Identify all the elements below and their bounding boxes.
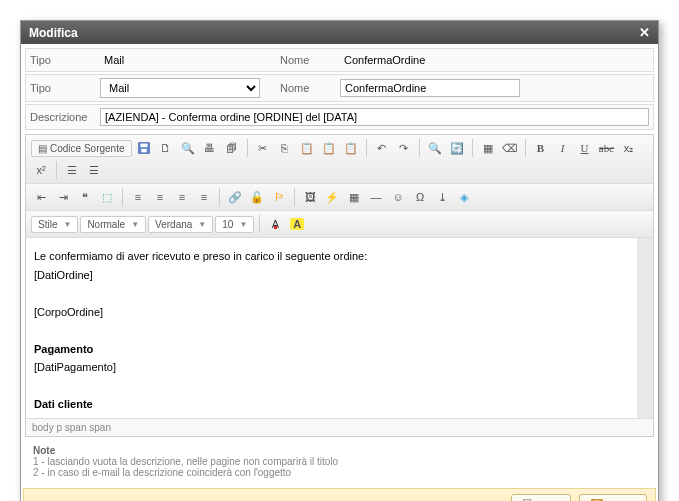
indent-icon[interactable]: ⇥ [53, 187, 73, 207]
edit-row-2: Descrizione [25, 104, 654, 130]
redo-icon[interactable]: ↷ [394, 138, 414, 158]
readonly-row: Tipo Mail Nome ConfermaOrdine [25, 48, 654, 72]
source-button[interactable]: ▤Codice Sorgente [31, 140, 132, 157]
titlebar: Modifica ✕ [21, 21, 658, 44]
specialchar-icon[interactable]: Ω [410, 187, 430, 207]
svg-rect-1 [140, 144, 147, 148]
template-icon[interactable]: 🗐 [222, 138, 242, 158]
note-line-2: 2 - in caso di e-mail la descrizione coi… [33, 467, 646, 478]
div-icon[interactable]: ⬚ [97, 187, 117, 207]
blockquote-icon[interactable]: ❝ [75, 187, 95, 207]
preview-icon[interactable]: 🔍 [178, 138, 198, 158]
toolbar-row-3: Stile▼ Normale▼ Verdana▼ 10▼ A A [26, 211, 653, 238]
hr-icon[interactable]: — [366, 187, 386, 207]
superscript-button[interactable]: x² [31, 160, 51, 180]
bgcolor-button[interactable]: A [287, 214, 307, 234]
rich-text-editor: ▤Codice Sorgente 🗋 🔍 🖶 🗐 ✂ ⎘ 📋 📋 📋 ↶ ↷ 🔍… [25, 134, 654, 437]
source-icon: ▤ [38, 143, 47, 154]
paste-word-icon[interactable]: 📋 [341, 138, 361, 158]
print-icon[interactable]: 🖶 [200, 138, 220, 158]
align-left-icon[interactable]: ≡ [128, 187, 148, 207]
removeformat-icon[interactable]: ⌫ [500, 138, 520, 158]
note-block: Note 1 - lasciando vuota la descrizione,… [25, 441, 654, 482]
toolbar-row-2: ⇤ ⇥ ❝ ⬚ ≡ ≡ ≡ ≡ 🔗 🔓 🏳 🖼 ⚡ ▦ — ☺ Ω [26, 184, 653, 211]
descrizione-input[interactable] [100, 108, 649, 126]
nome-input[interactable] [340, 79, 520, 97]
cut-icon[interactable]: ✂ [253, 138, 273, 158]
newpage-icon[interactable]: 🗋 [156, 138, 176, 158]
anchor-icon[interactable]: 🏳 [269, 187, 289, 207]
edit-row-1: Tipo Mail Nome [25, 74, 654, 102]
align-justify-icon[interactable]: ≡ [194, 187, 214, 207]
chevron-down-icon: ▼ [198, 220, 206, 229]
outdent-icon[interactable]: ⇤ [31, 187, 51, 207]
toolbar-row-1: ▤Codice Sorgente 🗋 🔍 🖶 🗐 ✂ ⎘ 📋 📋 📋 ↶ ↷ 🔍… [26, 135, 653, 184]
footer: Esci Salva [23, 488, 656, 501]
size-select[interactable]: 10▼ [215, 216, 254, 233]
tipo-label-2: Tipo [30, 82, 100, 94]
note-line-1: 1 - lasciando vuota la descrizione, nell… [33, 456, 646, 467]
element-path[interactable]: body p span span [26, 418, 653, 436]
image-icon[interactable]: 🖼 [300, 187, 320, 207]
save-icon[interactable] [134, 138, 154, 158]
paste-icon[interactable]: 📋 [297, 138, 317, 158]
selectall-icon[interactable]: ▦ [478, 138, 498, 158]
underline-button[interactable]: U [575, 138, 595, 158]
pagebreak-icon[interactable]: ⤓ [432, 187, 452, 207]
esci-button[interactable]: Esci [511, 494, 572, 501]
textcolor-button[interactable]: A [265, 214, 285, 234]
note-title: Note [33, 445, 646, 456]
find-icon[interactable]: 🔍 [425, 138, 445, 158]
chevron-down-icon: ▼ [239, 220, 247, 229]
salva-button[interactable]: Salva [579, 494, 647, 501]
unlink-icon[interactable]: 🔓 [247, 187, 267, 207]
flash-icon[interactable]: ⚡ [322, 187, 342, 207]
descrizione-label: Descrizione [30, 111, 100, 123]
bold-button[interactable]: B [531, 138, 551, 158]
close-icon[interactable]: ✕ [639, 25, 650, 40]
style-select[interactable]: Stile▼ [31, 216, 78, 233]
smiley-icon[interactable]: ☺ [388, 187, 408, 207]
bullet-list-icon[interactable]: ☰ [84, 160, 104, 180]
window-title: Modifica [29, 26, 78, 40]
chevron-down-icon: ▼ [131, 220, 139, 229]
subscript-button[interactable]: x₂ [619, 138, 639, 158]
nome-label: Nome [280, 54, 340, 66]
nome-label-2: Nome [280, 82, 340, 94]
align-center-icon[interactable]: ≡ [150, 187, 170, 207]
undo-icon[interactable]: ↶ [372, 138, 392, 158]
paste-text-icon[interactable]: 📋 [319, 138, 339, 158]
table-icon[interactable]: ▦ [344, 187, 364, 207]
editor-content[interactable]: Le confermiamo di aver ricevuto e preso … [26, 238, 653, 418]
align-right-icon[interactable]: ≡ [172, 187, 192, 207]
format-select[interactable]: Normale▼ [80, 216, 146, 233]
tipo-select[interactable]: Mail [100, 78, 260, 98]
edit-dialog: Modifica ✕ Tipo Mail Nome ConfermaOrdine… [20, 20, 659, 501]
font-select[interactable]: Verdana▼ [148, 216, 213, 233]
nome-value: ConfermaOrdine [340, 52, 649, 68]
tipo-value: Mail [100, 52, 280, 68]
iframe-icon[interactable]: ◈ [454, 187, 474, 207]
numbered-list-icon[interactable]: ☰ [62, 160, 82, 180]
italic-button[interactable]: I [553, 138, 573, 158]
chevron-down-icon: ▼ [63, 220, 71, 229]
svg-rect-2 [141, 149, 146, 153]
copy-icon[interactable]: ⎘ [275, 138, 295, 158]
tipo-label: Tipo [30, 54, 100, 66]
strike-button[interactable]: abc [597, 138, 617, 158]
replace-icon[interactable]: 🔄 [447, 138, 467, 158]
link-icon[interactable]: 🔗 [225, 187, 245, 207]
